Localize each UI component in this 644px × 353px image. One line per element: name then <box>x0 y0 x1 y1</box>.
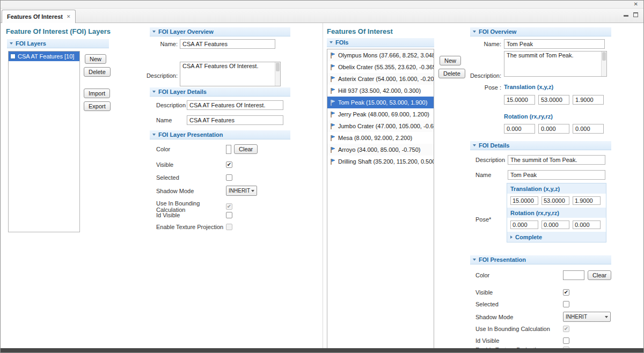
selected-row: Selected <box>475 301 611 307</box>
translation-header: Translation (x,y,z) <box>507 183 606 194</box>
translation-y-input[interactable] <box>541 196 569 205</box>
translation-z-input[interactable] <box>573 95 604 105</box>
foi-description-input[interactable]: The summit of Tom Peak. <box>504 52 601 76</box>
rotation-x-input[interactable] <box>510 220 538 229</box>
details-name-input[interactable] <box>508 170 605 180</box>
description-label: Description <box>156 102 186 108</box>
id-visible-row: Id Visible <box>156 212 288 218</box>
translation-x-input[interactable] <box>504 95 535 105</box>
scrollbar[interactable] <box>601 52 606 76</box>
tab-features-of-interest[interactable]: Features Of Interest ✕ <box>2 10 76 23</box>
clear-color-button[interactable]: Clear <box>234 144 258 154</box>
color-swatch[interactable] <box>226 145 231 154</box>
list-item[interactable]: Drilling Shaft (35.200, 115.200, 0.500) <box>327 156 434 167</box>
list-item[interactable]: Asterix Crater (54.000, 16.000, -0.200) <box>327 73 434 85</box>
chevron-down-icon <box>605 316 608 318</box>
rotation-y-input[interactable] <box>541 220 569 229</box>
color-label: Color <box>156 146 226 152</box>
delete-foi-button[interactable]: Delete <box>438 69 465 78</box>
layer-description-box: CSA AT Features Of Interest. <box>180 62 281 86</box>
section-foi-presentation[interactable]: FOI Presentation <box>470 255 611 264</box>
translation-z-input[interactable] <box>573 196 601 205</box>
list-item[interactable]: Olympus Mons (37.666, 8.252, 3.048) <box>327 49 434 61</box>
layer-name-input[interactable] <box>180 39 275 49</box>
name-label: Name <box>475 172 491 178</box>
layer-checkbox-icon[interactable] <box>10 54 16 59</box>
clear-color-button[interactable]: Clear <box>588 270 611 280</box>
section-foi-layer-overview[interactable]: FOI Layer Overview <box>150 27 290 36</box>
id-visible-checkbox[interactable] <box>226 212 232 218</box>
shadow-mode-dropdown[interactable]: INHERIT <box>226 186 257 196</box>
scrollbar[interactable] <box>275 62 280 86</box>
section-foi-overview[interactable]: FOI Overview <box>470 27 611 36</box>
section-title: FOI Overview <box>479 28 516 35</box>
section-foi-layers[interactable]: FOI Layers <box>7 39 109 48</box>
foi-name-input[interactable] <box>504 39 605 49</box>
visible-checkbox[interactable]: ✔ <box>563 289 569 296</box>
rotation-x-input[interactable] <box>504 124 535 134</box>
section-foi-layer-details[interactable]: FOI Layer Details <box>150 87 290 97</box>
selected-row: Selected <box>156 174 288 181</box>
shadow-mode-value: INHERIT <box>229 188 250 194</box>
list-item[interactable]: Arroyo (34.000, 85.000, -0.750) <box>327 144 434 156</box>
list-item-label: Tom Peak (15.000, 53.000, 1.900) <box>338 99 427 106</box>
flag-icon <box>330 52 335 59</box>
collapse-triangle-icon <box>152 134 156 136</box>
collapse-triangle-icon <box>330 41 333 43</box>
delete-layer-button[interactable]: Delete <box>84 67 111 77</box>
list-item[interactable]: Jumbo Crater (47.000, 105.000, -0.600) <box>327 120 434 132</box>
shadow-mode-dropdown[interactable]: INHERIT <box>563 312 611 322</box>
bounding-label: Use In Bounding Calculation <box>156 200 226 213</box>
list-item-selected[interactable]: Tom Peak (15.000, 53.000, 1.900) <box>327 97 434 108</box>
collapse-triangle-icon <box>152 31 156 33</box>
list-item[interactable]: Hill 937 (33.500, 42.000, 0.300) <box>327 85 434 97</box>
maximize-icon[interactable] <box>633 12 638 17</box>
left-panel-title: Feature Of Interest (FOI) Layers <box>6 27 111 35</box>
rotation-y-input[interactable] <box>538 124 569 134</box>
complete-section[interactable]: Complete <box>507 232 606 242</box>
name-label: Name: <box>144 41 178 47</box>
section-title: FOI Details <box>479 142 509 149</box>
visible-label: Visible <box>156 161 226 168</box>
id-visible-checkbox[interactable] <box>563 337 569 344</box>
editor-content: Feature Of Interest (FOI) Layers FOI Lay… <box>1 23 643 348</box>
shadow-mode-row: Shadow Mode INHERIT <box>156 186 288 196</box>
details-description-input[interactable] <box>187 100 283 110</box>
tab-close-icon[interactable]: ✕ <box>67 14 71 19</box>
import-layer-button[interactable]: Import <box>84 89 110 98</box>
selected-checkbox[interactable] <box>563 301 569 307</box>
details-name-input[interactable] <box>187 115 283 125</box>
selected-label: Selected <box>156 174 226 181</box>
list-item-label: CSA AT Features [10] <box>18 53 74 60</box>
list-item[interactable]: Obelix Crater (55.355, 23.620, -0.365) <box>327 61 434 73</box>
visible-checkbox[interactable]: ✔ <box>226 161 232 168</box>
new-layer-button[interactable]: New <box>85 54 106 64</box>
rotation-z-input[interactable] <box>573 220 601 229</box>
section-fois[interactable]: FOIs <box>327 38 434 47</box>
minimize-icon[interactable] <box>624 15 628 17</box>
flag-icon <box>330 146 335 153</box>
list-item[interactable]: Jerry Peak (48.000, 69.000, 1.200) <box>327 108 434 120</box>
window-close-icon[interactable]: ✕ <box>634 1 638 7</box>
bounding-row: Use In Bounding Calculation ✔ <box>475 326 611 332</box>
app-window: ✕ Features Of Interest ✕ Feature Of Inte… <box>0 0 644 353</box>
export-layer-button[interactable]: Export <box>84 101 111 111</box>
description-label: Description <box>475 157 505 163</box>
section-foi-layer-presentation[interactable]: FOI Layer Presentation <box>150 130 290 139</box>
color-swatch[interactable] <box>563 270 584 280</box>
new-foi-button[interactable]: New <box>440 56 461 65</box>
list-item-label: Asterix Crater (54.000, 16.000, -0.200) <box>338 76 434 82</box>
tab-bar: Features Of Interest ✕ <box>1 9 643 23</box>
layer-description-input[interactable]: CSA AT Features Of Interest. <box>180 62 275 86</box>
selected-checkbox[interactable] <box>226 174 232 181</box>
section-foi-details[interactable]: FOI Details <box>470 141 611 150</box>
name-label: Name: <box>466 41 501 47</box>
list-item[interactable]: Mesa (8.000, 92.000, 2.200) <box>327 132 434 144</box>
description-label: Description: <box>144 72 178 79</box>
color-row: Color Clear <box>156 144 288 154</box>
rotation-z-input[interactable] <box>573 124 604 134</box>
translation-y-input[interactable] <box>538 95 569 105</box>
list-item[interactable]: CSA AT Features [10] <box>9 52 79 61</box>
details-description-input[interactable] <box>508 155 605 165</box>
translation-x-input[interactable] <box>510 196 538 205</box>
